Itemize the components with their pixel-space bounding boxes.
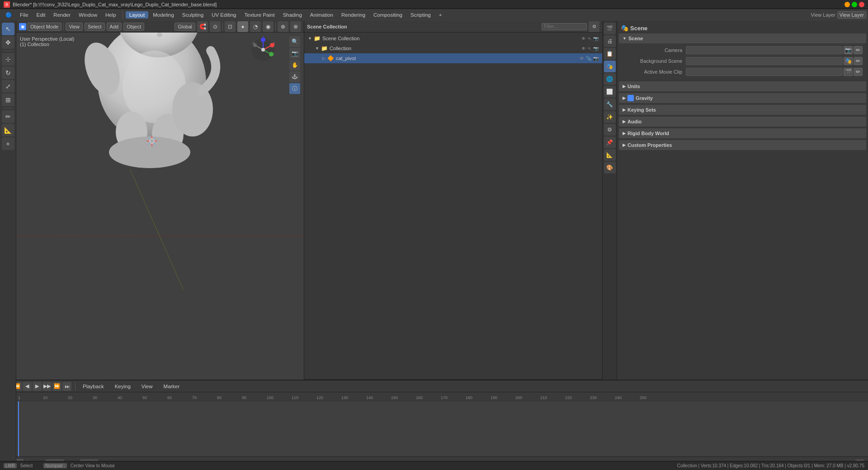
workspace-rendering[interactable]: Rendering — [338, 11, 369, 19]
movie-clip-edit[interactable]: ✏ — [854, 68, 863, 76]
workspace-scripting[interactable]: Scripting — [407, 11, 434, 19]
workspace-texture-paint[interactable]: Texture Paint — [241, 11, 278, 19]
tool-rotate[interactable]: ↻ — [2, 66, 14, 79]
object-menu-button[interactable]: Object — [123, 23, 144, 31]
select-menu-button[interactable]: Select — [85, 23, 105, 31]
constraint-properties-icon[interactable]: 📌 — [604, 136, 616, 148]
vis-render-2[interactable]: 📷 — [593, 46, 599, 51]
wireframe-shading-button[interactable]: ⊡ — [225, 21, 236, 32]
jump-end-button[interactable]: ⏭ — [62, 382, 71, 391]
view-layer-properties-icon[interactable]: 📋 — [604, 48, 616, 60]
movie-clip-picker[interactable]: 🎬 — [844, 68, 853, 76]
workspace-modeling[interactable]: Modeling — [149, 11, 178, 19]
object-properties-icon[interactable]: ⬜ — [604, 86, 616, 98]
proportional-edit-button[interactable]: ⊙ — [210, 21, 221, 32]
solid-shading-button[interactable]: ● — [237, 21, 248, 32]
outliner-collection[interactable]: ▼ 📁 Collection 👁 ↖ 📷 — [304, 43, 602, 53]
camera-view-button[interactable]: 📷 — [289, 48, 300, 59]
vis-constraint-icon[interactable]: 📎 — [586, 56, 591, 61]
step-back-button[interactable]: ◀ — [23, 382, 32, 391]
gravity-checkbox[interactable] — [627, 95, 634, 101]
outliner-collection-visibility[interactable]: 👁 ↖ 📷 — [581, 46, 599, 51]
fly-mode-button[interactable]: 🕹 — [289, 71, 300, 82]
jump-next-keyframe-button[interactable]: ⏩ — [52, 382, 61, 391]
output-properties-icon[interactable]: 🖨 — [604, 35, 616, 47]
tool-cursor[interactable]: ✥ — [2, 36, 14, 49]
menu-window[interactable]: Window — [75, 11, 101, 19]
visibility-select-icon[interactable]: ↖ — [588, 36, 591, 41]
viewport-3d[interactable]: User Perspective (Local) (1) Collection … — [16, 33, 304, 380]
audio-header[interactable]: ▶ Audio — [619, 117, 866, 127]
visibility-eye-icon[interactable]: 👁 — [581, 36, 586, 41]
maximize-button[interactable] — [852, 2, 857, 7]
outliner-catpivot-visibility[interactable]: 👁 📎 📷 — [580, 56, 599, 61]
playback-menu[interactable]: Playback — [79, 383, 108, 390]
gravity-section-header[interactable]: ▶ Gravity — [619, 93, 866, 103]
outliner-scene-collection[interactable]: ▼ 📁 Scene Collection 👁 ↖ 📷 — [304, 33, 602, 43]
workspace-compositing[interactable]: Compositing — [370, 11, 406, 19]
visibility-render-icon[interactable]: 📷 — [593, 36, 599, 41]
outliner-cat-pivot[interactable]: ▷ 🔶 cat_pivot 👁 📎 📷 — [304, 53, 602, 63]
vis-eye-2[interactable]: 👁 — [581, 46, 586, 51]
tool-move[interactable]: ⊹ — [2, 53, 14, 66]
custom-properties-header[interactable]: ▶ Custom Properties — [619, 140, 866, 150]
vis-render-3[interactable]: 📷 — [593, 56, 599, 61]
vis-eye-3[interactable]: 👁 — [580, 56, 584, 61]
workspace-sculpting[interactable]: Sculpting — [179, 11, 207, 19]
rigid-body-header[interactable]: ▶ Rigid Body World — [619, 128, 866, 138]
modifier-properties-icon[interactable]: 🔧 — [604, 99, 616, 110]
play-button[interactable]: ▶ — [33, 382, 42, 391]
outliner-visibility-controls[interactable]: 👁 ↖ 📷 — [581, 36, 599, 41]
marker-menu[interactable]: Marker — [160, 383, 184, 390]
minimize-button[interactable] — [844, 2, 850, 7]
bg-scene-picker[interactable]: 🎭 — [844, 57, 853, 65]
object-mode-button[interactable]: Object Mode — [27, 23, 61, 31]
bg-scene-edit[interactable]: ✏ — [854, 57, 863, 65]
camera-edit-button[interactable]: ✏ — [854, 46, 863, 54]
data-properties-icon[interactable]: 📐 — [604, 149, 616, 161]
add-menu-button[interactable]: Add — [107, 23, 122, 31]
world-properties-icon[interactable]: 🌐 — [604, 73, 616, 85]
tool-annotate[interactable]: ✏ — [2, 110, 14, 123]
active-movie-clip-field[interactable] — [686, 68, 843, 76]
workspace-add[interactable]: + — [435, 11, 446, 19]
camera-field[interactable] — [686, 46, 843, 54]
menu-edit[interactable]: Edit — [33, 11, 49, 19]
material-properties-icon[interactable]: 🎨 — [604, 162, 616, 174]
units-section-header[interactable]: ▶ Units — [619, 81, 866, 91]
zoom-in-button[interactable]: 🔍 — [289, 36, 300, 47]
menu-help[interactable]: Help — [102, 11, 120, 19]
workspace-shading[interactable]: Shading — [279, 11, 306, 19]
workspace-uv-editing[interactable]: UV Editing — [208, 11, 240, 19]
menu-render[interactable]: Render — [50, 11, 74, 19]
menu-file[interactable]: File — [16, 11, 32, 19]
scene-section-header[interactable]: ▼ Scene — [619, 33, 866, 43]
outliner-search-input[interactable] — [542, 23, 587, 30]
keying-menu[interactable]: Keying — [111, 383, 134, 390]
workspace-layout[interactable]: Layout — [126, 11, 149, 19]
window-controls[interactable] — [844, 2, 864, 7]
close-button[interactable] — [859, 2, 864, 7]
keying-sets-header[interactable]: ▶ Keying Sets — [619, 105, 866, 115]
gizmos-button[interactable]: ⊗ — [290, 21, 301, 32]
tool-add[interactable]: + — [2, 137, 14, 150]
workspace-animation[interactable]: Animation — [307, 11, 337, 19]
view-toggle-button[interactable]: ⓘ — [289, 83, 300, 94]
particles-properties-icon[interactable]: ✨ — [604, 111, 616, 123]
tool-measure[interactable]: 📐 — [2, 124, 14, 136]
navigation-gizmo[interactable]: X -X Y Z — [250, 36, 277, 63]
rendered-shading-button[interactable]: ◉ — [263, 21, 274, 32]
overlays-button[interactable]: ⊕ — [278, 21, 288, 32]
camera-picker-button[interactable]: 📷 — [844, 46, 853, 54]
material-preview-button[interactable]: ◔ — [250, 21, 261, 32]
tool-transform[interactable]: ⊞ — [2, 94, 14, 106]
view-layer-dropdown[interactable]: View Layer — [837, 11, 866, 19]
scene-properties-icon[interactable]: 🎭 — [604, 61, 616, 72]
tool-select[interactable]: ↖ — [2, 23, 14, 35]
view-menu[interactable]: View — [138, 383, 156, 390]
timeline-playhead[interactable] — [18, 401, 19, 456]
outliner-filter-button[interactable]: ⚙ — [589, 21, 599, 32]
render-properties-icon[interactable]: 🎬 — [604, 23, 616, 34]
tool-scale[interactable]: ⤢ — [2, 80, 14, 93]
menu-blender[interactable]: 🔵 — [2, 11, 15, 19]
